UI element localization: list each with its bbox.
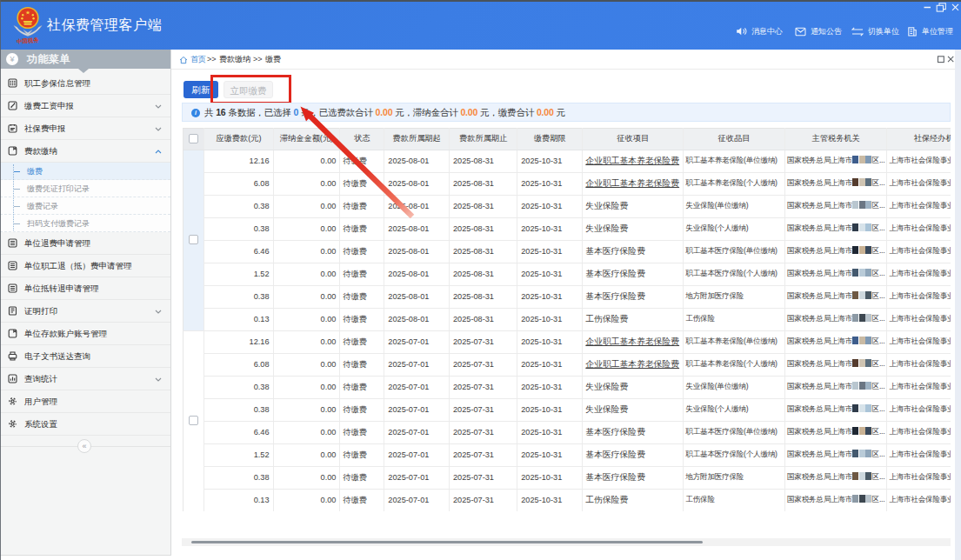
- svg-text:中国税务: 中国税务: [17, 37, 40, 44]
